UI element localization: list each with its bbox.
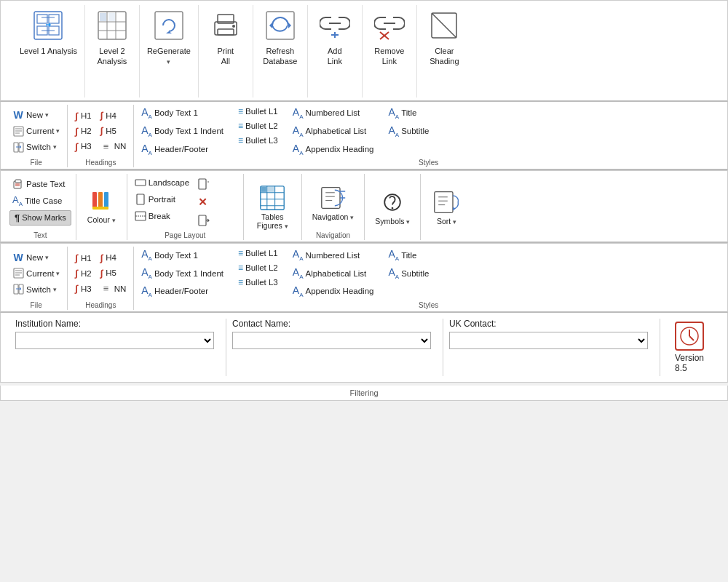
uk-contact-select[interactable] [449,332,648,349]
alphabetical-list-btn[interactable]: AA Alphabetical List [290,123,377,140]
clear-shading-button[interactable]: ClearShading [417,5,472,97]
page-layout-icon2-btn[interactable] [195,213,213,228]
body-text-1-btn2[interactable]: AA Body Text 1 [138,247,226,263]
bullet-l2-btn2[interactable]: ≡ Bullet L2 [235,261,281,274]
subtitle-btn[interactable]: AA Subtitle [385,123,432,140]
level2-analysis-icon [95,8,130,43]
add-link-button[interactable]: AddLink [308,5,363,97]
new-button-1[interactable]: W New ▾ [9,108,63,122]
h5-button-1[interactable]: ∫ H5 [98,124,130,137]
regenerate-button[interactable]: ReGenerate▾ [140,5,199,97]
symbols-btn[interactable]: Symbols ▾ [369,187,416,228]
alphabetical-list-btn2[interactable]: AA Alphabetical List [290,265,377,282]
appendix-heading-btn2[interactable]: AA Appendix Heading [290,283,377,300]
title-btn[interactable]: AA Title [385,105,432,121]
nn-button-2[interactable]: ≡ NN [98,282,130,296]
switch-button-2[interactable]: Switch ▾ [9,282,63,297]
h1-button-2[interactable]: ∫ H1 [72,251,94,265]
header-footer-btn2[interactable]: AA Header/Footer [138,283,226,300]
navigation-group-label: Navigation [316,231,350,240]
current-button-1[interactable]: Current ▾ [9,124,63,138]
body-text-1-btn[interactable]: AA Body Text 1 [138,105,226,121]
numbered-list-btn[interactable]: AA Numbered List [290,105,377,121]
show-marks-btn[interactable]: ¶ Show Marks [9,210,71,226]
level1-analysis-button[interactable]: Level 1 Analysis [12,5,85,97]
nn-icon-1: ≡ [100,140,112,152]
current-button-2[interactable]: Current ▾ [9,266,63,281]
bullet-l3-btn[interactable]: ≡ Bullet L3 [235,134,281,147]
h4-button-1[interactable]: ∫ H4 [98,108,130,122]
level1-analysis-icon [31,8,66,43]
print-all-button[interactable]: PrintAll [199,5,253,97]
styles-group-label-1: Styles [138,159,719,167]
bullet-l3-btn2[interactable]: ≡ Bullet L3 [235,276,281,289]
bullet-l1-btn[interactable]: ≡ Bullet L1 [235,105,281,118]
h2-button-1[interactable]: ∫ H2 [72,124,94,138]
file-group-1: W New ▾ Current ▾ Switch ▾ [5,105,68,167]
institution-field: Institution Name: [9,319,226,376]
bullet-l2-btn[interactable]: ≡ Bullet L2 [235,119,281,132]
tables-figures-icon [259,185,285,211]
mid-toolbar-ribbon: Paste Text AA Title Case ¶ Show Marks Te… [0,170,728,243]
portrait-btn[interactable]: Portrait [132,192,192,207]
level2-analysis-button[interactable]: Level 2Analysis [85,5,140,97]
contact-select[interactable] [232,332,431,349]
subtitle-icon2: AA [388,266,399,280]
level2-analysis-label: Level 2Analysis [97,46,127,67]
headings-group-1: ∫ H1 ∫ H2 ∫ H3 ∫ H4 ∫ H5 [68,105,134,167]
version-box: Version8.5 [660,319,719,376]
numbered-list-icon2: AA [293,248,304,262]
h3-button-1[interactable]: ∫ H3 [72,140,94,154]
h4-button-2[interactable]: ∫ H4 [98,251,130,265]
tables-figures-btn[interactable]: TablesFigures ▾ [251,183,294,233]
page-layout-red-x-btn[interactable]: ✕ [195,194,213,210]
bullet-l2-icon2: ≡ [238,263,243,273]
bullet-l3-icon: ≡ [238,135,243,146]
paste-text-btn[interactable]: Paste Text [9,177,68,191]
appendix-heading-btn[interactable]: AA Appendix Heading [290,141,377,158]
h2-button-2[interactable]: ∫ H2 [72,266,94,280]
body-text-1-indent-btn[interactable]: AA Body Text 1 Indent [138,123,226,140]
headings-group-label-2: Headings [72,301,129,310]
svg-rect-43 [135,180,146,186]
styles-group-label-2: Styles [138,301,719,310]
nn-button-1[interactable]: ≡ NN [98,139,130,154]
body-text-1-indent-icon2: AA [141,266,152,280]
h5-icon-2: ∫ [100,268,103,279]
symbols-icon [379,189,405,215]
svg-rect-12 [155,12,183,39]
body-text-1-indent-icon: AA [141,124,152,138]
bullet-l1-btn2[interactable]: ≡ Bullet L1 [235,247,281,260]
paragraph-icon: ¶ [15,212,20,223]
break-btn[interactable]: Break [132,209,192,223]
navigation-label: Navigation ▾ [312,212,355,222]
institution-label: Institution Name: [15,319,214,329]
symbols-label: Symbols ▾ [375,217,410,226]
switch-icon-2 [12,284,24,295]
bullet-l3-icon2: ≡ [238,277,243,287]
remove-link-button[interactable]: RemoveLink [363,5,417,97]
landscape-btn[interactable]: Landscape [132,175,192,190]
header-footer-btn[interactable]: AA Header/Footer [138,141,226,158]
subtitle-btn2[interactable]: AA Subtitle [385,265,432,282]
sort-btn[interactable]: Sort ▾ [427,187,465,228]
h5-button-2[interactable]: ∫ H5 [98,266,130,280]
title-btn2[interactable]: AA Title [385,247,432,263]
navigation-btn[interactable]: Navigation ▾ [306,183,360,224]
page-layout-icon1-btn[interactable] [195,177,213,191]
print-all-label: PrintAll [218,46,234,67]
new-button-2[interactable]: W New ▾ [9,250,63,265]
numbered-list-btn2[interactable]: AA Numbered List [290,247,377,263]
refresh-database-button[interactable]: RefreshDatabase [253,5,308,97]
remove-link-icon [372,8,407,43]
institution-select[interactable] [15,332,214,349]
switch-button-1[interactable]: Switch ▾ [9,140,63,154]
colour-button[interactable]: Colour ▾ [83,186,120,227]
level1-analysis-label: Level 1 Analysis [20,46,77,56]
h1-button-1[interactable]: ∫ H1 [72,109,94,123]
h3-button-2[interactable]: ∫ H3 [72,282,94,295]
colour-group: Colour ▾ [76,174,127,240]
title-case-btn[interactable]: AA Title Case [9,193,65,209]
body-text-1-indent-btn2[interactable]: AA Body Text 1 Indent [138,265,226,282]
header-footer-icon: AA [141,143,152,156]
